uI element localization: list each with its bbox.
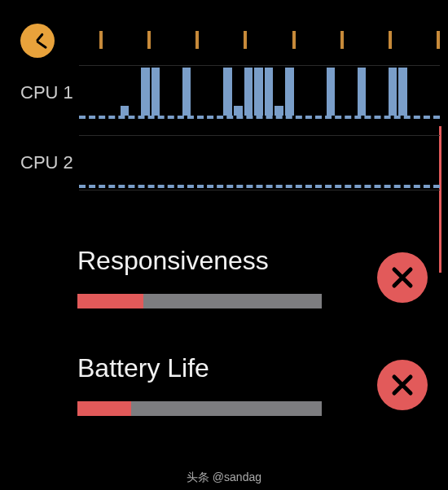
timeline-tick	[99, 31, 103, 49]
metric-responsiveness-bar	[77, 294, 322, 308]
metric-battery-bar	[77, 401, 322, 416]
cpu1-lane	[79, 65, 440, 120]
x-icon	[390, 265, 415, 290]
cpu1-baseline	[79, 116, 440, 119]
metric-battery-label: Battery Life	[77, 353, 419, 383]
cpu2-row: CPU 2	[20, 135, 440, 190]
cpu1-row: CPU 1	[20, 65, 440, 120]
timeline-tick	[437, 31, 440, 49]
cpu1-label: CPU 1	[20, 82, 79, 103]
timeline-tick	[244, 31, 247, 49]
cpu2-bars	[79, 138, 440, 185]
timeline-row	[0, 0, 448, 65]
metric-battery-fill	[77, 401, 131, 416]
timeline-tick	[340, 31, 344, 49]
cpu-chart-area: CPU 1 CPU 2	[0, 65, 448, 190]
metric-responsiveness-fill	[77, 294, 143, 308]
x-icon	[390, 373, 415, 397]
clock-icon	[20, 24, 55, 58]
cpu2-lane	[79, 135, 440, 190]
timeline-tick	[147, 31, 151, 49]
attribution-text: 头条 @sandag	[0, 470, 448, 485]
metric-responsiveness-label: Responsiveness	[77, 246, 419, 276]
metrics-section: Responsiveness Battery Life	[0, 205, 448, 416]
cpu2-baseline	[79, 185, 440, 188]
cpu1-bars	[79, 68, 440, 116]
metric-responsiveness-status-badge	[377, 252, 428, 303]
metric-battery: Battery Life	[77, 353, 419, 416]
metric-battery-status-badge	[377, 360, 428, 410]
timeline-ticks	[55, 31, 448, 50]
timeline-tick	[195, 31, 199, 49]
cpu2-label: CPU 2	[20, 152, 79, 173]
timeline-tick	[292, 31, 296, 49]
timeline-tick	[389, 31, 392, 49]
metric-responsiveness: Responsiveness	[77, 246, 419, 308]
